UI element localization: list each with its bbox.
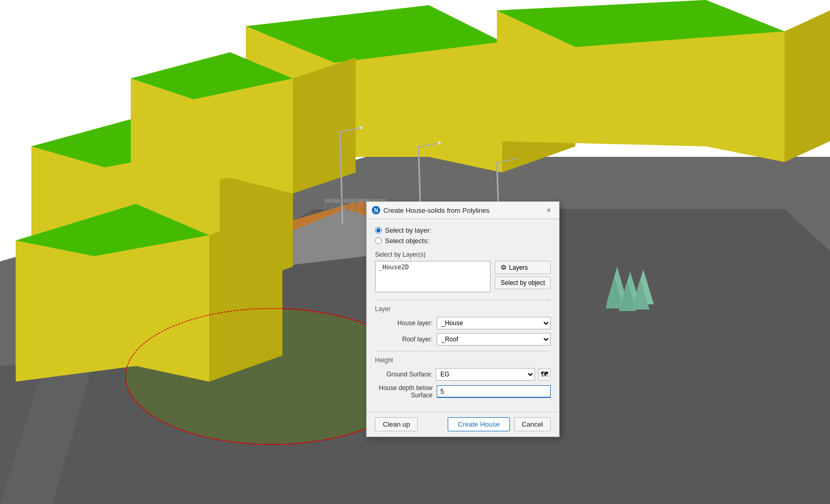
- house-layer-row: House layer: _House: [375, 317, 551, 329]
- ground-surface-row: Ground Surface: EG 🗺: [375, 368, 551, 381]
- house-depth-input[interactable]: [437, 385, 551, 398]
- svg-rect-44: [340, 199, 341, 212]
- layers-button-label: Layers: [509, 264, 528, 271]
- radio-select-objects[interactable]: Select objects:: [375, 237, 551, 245]
- radio-layer-label: Select by layer:: [385, 226, 431, 234]
- select-by-object-button[interactable]: Select by object: [495, 277, 551, 289]
- roof-layer-row: Roof layer: _Roof: [375, 333, 551, 346]
- svg-rect-43: [332, 199, 333, 212]
- layer-buttons-group: ⚙ Layers Select by object: [495, 261, 551, 289]
- svg-point-31: [438, 141, 441, 144]
- svg-rect-47: [363, 199, 365, 212]
- radio-select-by-layer[interactable]: Select by layer:: [375, 226, 551, 234]
- svg-rect-46: [356, 199, 357, 212]
- layers-button[interactable]: ⚙ Layers: [495, 261, 551, 274]
- svg-marker-16: [784, 10, 830, 162]
- svg-rect-42: [324, 199, 325, 212]
- selection-mode-group: Select by layer: Select objects:: [375, 226, 551, 245]
- ground-surface-pick-button[interactable]: 🗺: [538, 368, 551, 381]
- dialog-title: Create House-solids from Polylines: [383, 207, 490, 214]
- height-section-header: Height: [375, 357, 551, 364]
- pick-icon: 🗺: [541, 370, 548, 379]
- gear-icon: ⚙: [501, 264, 507, 271]
- svg-point-28: [359, 126, 362, 129]
- house-depth-row: House depth below Surface: [375, 384, 551, 399]
- close-button[interactable]: ×: [543, 205, 554, 215]
- dialog-create-house: N Create House-solids from Polylines × S…: [366, 201, 560, 437]
- cancel-button[interactable]: Cancel: [514, 417, 551, 431]
- dialog-titlebar: N Create House-solids from Polylines ×: [367, 202, 559, 219]
- radio-objects-label: Select objects:: [385, 237, 429, 245]
- dialog-footer: Clean up Create House Cancel: [367, 411, 559, 437]
- svg-marker-22: [209, 209, 282, 382]
- dialog-title-left: N Create House-solids from Polylines: [372, 206, 490, 214]
- height-section: Height Ground Surface: EG 🗺 House depth …: [375, 351, 551, 399]
- roof-layer-select[interactable]: _Roof: [437, 333, 551, 346]
- layer-section-header: Layer: [375, 305, 551, 313]
- roof-layer-label: Roof layer:: [375, 336, 433, 343]
- layer-selection-area: _House2D ⚙ Layers Select by object: [375, 261, 551, 292]
- house-layer-label: House layer:: [375, 319, 433, 327]
- ground-surface-label: Ground Surface:: [375, 371, 433, 378]
- app-icon: N: [372, 206, 380, 214]
- house-depth-label: House depth below Surface: [375, 384, 433, 399]
- select-by-object-label: Select by object: [501, 279, 545, 287]
- house-layer-select[interactable]: _House: [437, 317, 551, 329]
- layer-section: Layer House layer: _House Roof layer: _R…: [375, 300, 551, 346]
- svg-marker-25: [293, 58, 356, 193]
- create-house-button[interactable]: Create House: [448, 417, 509, 431]
- select-by-layers-label: Select by Layer(s): [375, 251, 551, 258]
- layer-textbox[interactable]: _House2D: [375, 261, 491, 292]
- svg-rect-45: [348, 199, 349, 212]
- ground-surface-select[interactable]: EG: [436, 368, 535, 381]
- dialog-body: Select by layer: Select objects: Select …: [367, 219, 559, 411]
- clean-up-button[interactable]: Clean up: [375, 417, 418, 431]
